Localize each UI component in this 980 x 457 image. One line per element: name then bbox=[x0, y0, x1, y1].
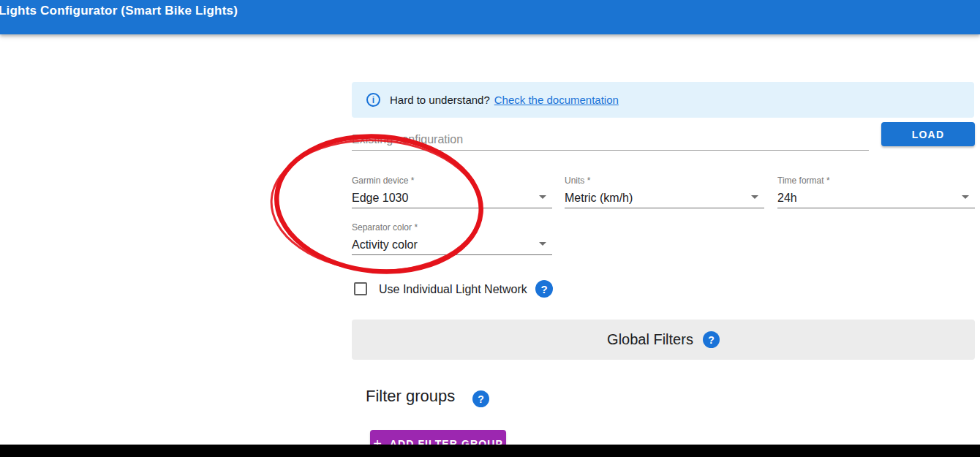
bottom-black-bar bbox=[0, 445, 980, 457]
garmin-device-label: Garmin device * bbox=[352, 175, 552, 186]
garmin-device-value: Edge 1030 bbox=[352, 192, 552, 205]
separator-color-label: Separator color * bbox=[352, 222, 552, 233]
page-title: Lights Configurator (Smart Bike Lights) bbox=[0, 4, 238, 18]
filter-groups-help-icon[interactable]: ? bbox=[472, 390, 489, 407]
individual-light-network-label: Use Individual Light Network bbox=[379, 283, 527, 296]
global-filters-help-icon[interactable]: ? bbox=[703, 331, 720, 348]
documentation-link[interactable]: Check the documentation bbox=[494, 94, 619, 106]
light-network-help-icon[interactable]: ? bbox=[535, 280, 553, 298]
units-label: Units * bbox=[565, 175, 764, 186]
global-filters-title: Global Filters bbox=[607, 331, 693, 348]
load-button[interactable]: LOAD bbox=[881, 122, 975, 146]
chevron-down-icon bbox=[751, 195, 758, 199]
banner-message: Hard to understand? bbox=[390, 94, 490, 106]
global-filters-header: Global Filters ? bbox=[352, 320, 975, 360]
existing-configuration-input[interactable] bbox=[352, 129, 869, 151]
filter-groups-title: Filter groups bbox=[366, 387, 455, 406]
app-header: Lights Configurator (Smart Bike Lights) bbox=[0, 0, 980, 34]
chevron-down-icon bbox=[962, 195, 969, 199]
units-value: Metric (km/h) bbox=[565, 192, 764, 205]
field-underline bbox=[352, 254, 552, 255]
chevron-down-icon bbox=[539, 195, 546, 199]
time-format-label: Time format * bbox=[777, 175, 975, 186]
units-select[interactable]: Units * Metric (km/h) bbox=[565, 175, 764, 208]
field-underline bbox=[565, 208, 764, 208]
separator-color-select[interactable]: Separator color * Activity color bbox=[352, 222, 552, 255]
field-underline bbox=[777, 208, 975, 208]
individual-light-network-checkbox[interactable] bbox=[354, 282, 367, 295]
app-screen: Lights Configurator (Smart Bike Lights) … bbox=[0, 0, 980, 457]
garmin-device-select[interactable]: Garmin device * Edge 1030 bbox=[352, 175, 552, 208]
chevron-down-icon bbox=[539, 242, 546, 246]
time-format-select[interactable]: Time format * 24h bbox=[777, 175, 975, 208]
info-banner: i Hard to understand? Check the document… bbox=[352, 82, 974, 118]
field-underline bbox=[352, 208, 552, 208]
separator-color-value: Activity color bbox=[352, 238, 552, 252]
info-icon: i bbox=[366, 93, 380, 107]
time-format-value: 24h bbox=[777, 192, 975, 205]
